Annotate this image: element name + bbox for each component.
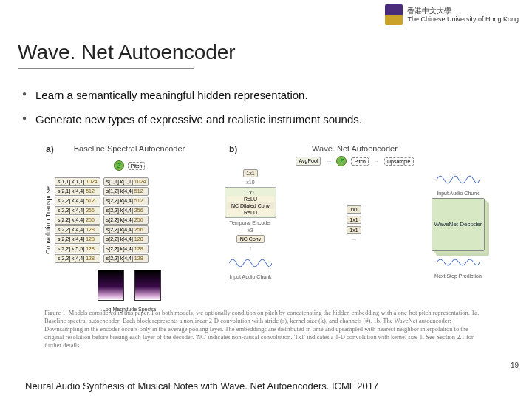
conv-block: s[2,2] k[4,4] 128: [103, 245, 149, 253]
arrow-icon: →: [350, 236, 357, 243]
arrow-icon: →: [373, 158, 380, 165]
input-chunk-label: Input Audio Chunk: [229, 274, 271, 279]
conv-block: s[2,2] k[4,4] 128: [55, 235, 100, 244]
one-by-one-conv: 1x1: [243, 169, 257, 177]
slide-title: Wave. Net Autoencoder: [18, 41, 236, 64]
one-by-one-conv: 1x1: [227, 189, 274, 196]
input-chunk-label: Input Audio Chunk: [437, 191, 479, 196]
conv-block: s[2,2] k[4,4] 128: [55, 254, 100, 263]
conv-block: s[2,2] k[4,4] 256: [55, 216, 100, 225]
conv-block: s[2,2] k[4,4] 512: [55, 197, 100, 205]
one-by-one-conv: 1x1: [347, 205, 361, 214]
conv-transpose-label: Convolution Transpose: [44, 186, 52, 254]
relu-block: ReLU: [227, 196, 274, 202]
one-by-one-column: 1x1 1x1 1x1 →: [347, 205, 361, 243]
university-name-en: The Chinese University of Hong Kong: [407, 16, 519, 23]
figure-1: Baseline Spectral Autoencoder Z Pitch Co…: [44, 144, 488, 307]
panel-a: Baseline Spectral Autoencoder Z Pitch Co…: [44, 144, 214, 307]
temporal-encoder-label: Temporal Encoder: [230, 220, 272, 225]
bullet-item: Generate new types of expressive and rea…: [22, 113, 362, 126]
arrow-icon: ↑: [249, 245, 253, 252]
nc-conv-block: NC Conv: [236, 235, 265, 243]
bullet-list: Learn a semantically meaningful hidden r…: [22, 89, 362, 137]
temporal-encoder-column: 1x1 x10 1x1 ReLU NC Dilated Conv ReLU Te…: [225, 169, 276, 279]
x10-label: x10: [246, 180, 254, 185]
waveform-icon: [229, 254, 272, 272]
spectra-thumb-out: [134, 270, 161, 301]
z-bubble: Z: [114, 160, 124, 171]
title-underline: [18, 68, 194, 69]
university-logo-block: 香港中文大學 The Chinese University of Hong Ko…: [385, 4, 519, 25]
avgpool-block: AvgPool: [296, 157, 321, 166]
upsample-box: Upsample: [384, 157, 414, 166]
one-by-one-conv: 1x1: [347, 226, 361, 234]
conv-block: s[2,2] k[4,4] 256: [103, 225, 149, 234]
figure-caption: Figure 1. Models considered in this pape…: [44, 309, 488, 349]
decoder-column: Input Audio Chunk WaveNet Decoder Next S…: [432, 171, 485, 279]
pitch-box: Pitch: [128, 162, 146, 170]
conv-block: s[1,1] k[1,1] 1024: [55, 177, 100, 186]
x3-label: x3: [248, 228, 253, 233]
wavenet-decoder: WaveNet Decoder: [432, 198, 485, 251]
waveform-icon: [437, 171, 480, 188]
arrow-icon: →: [325, 158, 332, 165]
panel-b-title: Wave. Net Autoencoder: [222, 144, 488, 153]
z-bubble: Z: [336, 156, 347, 166]
conv-block: s[2,2] k[4,4] 128: [55, 225, 100, 234]
conv-block: s[1,1] k[1,1] 1024: [103, 177, 149, 186]
university-name: 香港中文大學 The Chinese University of Hong Ko…: [407, 7, 519, 23]
relu-block: ReLU: [227, 209, 274, 216]
conv-block: s[2,2] k[4,4] 256: [55, 206, 100, 215]
panel-b: Wave. Net Autoencoder AvgPool → Z Pitch …: [222, 144, 488, 307]
conv-block: s[2,2] k[4,4] 128: [103, 235, 149, 244]
pitch-box: Pitch: [351, 157, 369, 166]
temporal-encoder: 1x1 ReLU NC Dilated Conv ReLU: [225, 187, 276, 218]
footer-citation: Neural Audio Synthesis of Musical Notes …: [25, 381, 378, 392]
nc-dilated-conv: NC Dilated Conv: [227, 202, 274, 209]
conv-block: s[2,2] k[4,4] 256: [103, 216, 149, 225]
decoder-stack: s[1,1] k[1,1] 1024s[1,2] k[4,4] 512s[2,2…: [103, 177, 149, 263]
page-number: 19: [511, 361, 519, 369]
cuhk-crest-icon: [385, 4, 403, 25]
one-by-one-conv: 1x1: [347, 216, 361, 224]
conv-block: s[2,2] k[4,4] 128: [103, 254, 149, 263]
conv-block: s[2,2] k[4,4] 256: [103, 206, 149, 215]
university-name-zh: 香港中文大學: [407, 7, 519, 16]
spectra-thumb-in: [98, 270, 124, 301]
bullet-item: Learn a semantically meaningful hidden r…: [22, 89, 362, 101]
next-step-label: Next Step Prediction: [434, 273, 482, 279]
encoder-stack: s[1,1] k[1,1] 1024s[2,1] k[4,4] 512s[2,2…: [55, 177, 100, 263]
conv-block: s[2,1] k[4,4] 512: [55, 187, 100, 196]
waveform-icon: [437, 253, 480, 271]
conv-block: s[2,2] k[4,4] 512: [103, 197, 149, 205]
panel-a-title: Baseline Spectral Autoencoder: [44, 144, 214, 153]
conv-block: s[2,2] k[5,5] 128: [55, 245, 100, 253]
conv-block: s[1,2] k[4,4] 512: [103, 187, 149, 196]
